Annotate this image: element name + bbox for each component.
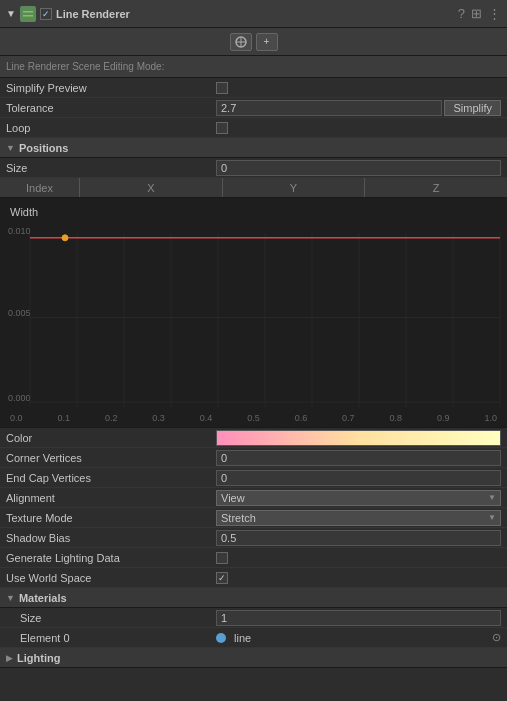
positions-section-header[interactable]: ▼ Positions <box>0 138 507 158</box>
element-name: line <box>234 632 488 644</box>
texture-mode-dropdown-arrow: ▼ <box>488 513 496 522</box>
collapse-arrow[interactable]: ▼ <box>6 8 16 19</box>
loop-checkbox[interactable] <box>216 122 228 134</box>
corner-vertices-label: Corner Vertices <box>6 452 216 464</box>
size-value <box>216 160 501 176</box>
width-curve-container[interactable]: Width 0.010 0.005 0.000 <box>0 198 507 428</box>
end-cap-vertices-label: End Cap Vertices <box>6 472 216 484</box>
use-world-space-checkbox[interactable] <box>216 572 228 584</box>
svg-point-20 <box>62 235 68 241</box>
positions-label: Positions <box>19 142 69 154</box>
edit-scene-button[interactable] <box>230 33 252 51</box>
component-title: Line Renderer <box>56 8 458 20</box>
lighting-arrow: ▶ <box>6 653 13 663</box>
materials-size-row: Size <box>0 608 507 628</box>
more-icon[interactable]: ⋮ <box>488 6 501 21</box>
simplify-preview-value <box>216 82 501 94</box>
scene-mode-bar: Line Renderer Scene Editing Mode: <box>0 56 507 78</box>
element-target-icon[interactable]: ⊙ <box>492 631 501 644</box>
generate-lighting-row: Generate Lighting Data <box>0 548 507 568</box>
alignment-label: Alignment <box>6 492 216 504</box>
loop-value <box>216 122 501 134</box>
line-renderer-panel: ▼ ✓ Line Renderer ? ⊞ ⋮ + Line <box>0 0 507 701</box>
texture-mode-row: Texture Mode Stretch ▼ <box>0 508 507 528</box>
loop-row: Loop <box>0 118 507 138</box>
svg-rect-0 <box>23 11 33 13</box>
lighting-label: Lighting <box>17 652 60 664</box>
alignment-value: View ▼ <box>216 490 501 506</box>
shadow-bias-input[interactable] <box>216 530 501 546</box>
corner-vertices-row: Corner Vertices <box>0 448 507 468</box>
alignment-dropdown-arrow: ▼ <box>488 493 496 502</box>
element-0-label: Element 0 <box>6 632 216 644</box>
texture-mode-value: Stretch ▼ <box>216 510 501 526</box>
tolerance-input-group: Simplify <box>216 100 501 116</box>
scene-mode-label: Line Renderer Scene Editing Mode: <box>6 61 164 72</box>
alignment-dropdown[interactable]: View ▼ <box>216 490 501 506</box>
use-world-space-row: Use World Space <box>0 568 507 588</box>
element-dot <box>216 633 226 643</box>
materials-size-value <box>216 610 501 626</box>
curve-svg <box>0 198 507 427</box>
color-gradient[interactable] <box>216 430 501 446</box>
x-label-10: 1.0 <box>484 413 497 423</box>
layout-icon[interactable]: ⊞ <box>471 6 482 21</box>
simplify-preview-checkbox[interactable] <box>216 82 228 94</box>
x-label-3: 0.3 <box>152 413 165 423</box>
x-label-2: 0.2 <box>105 413 118 423</box>
table-header-z: Z <box>365 178 507 197</box>
texture-mode-label: Texture Mode <box>6 512 216 524</box>
size-input[interactable] <box>216 160 501 176</box>
content-area[interactable]: Simplify Preview Tolerance Simplify Loop <box>0 78 507 701</box>
shadow-bias-label: Shadow Bias <box>6 532 216 544</box>
table-header-index: Index <box>0 178 80 197</box>
table-header-x: X <box>80 178 223 197</box>
x-label-4: 0.4 <box>200 413 213 423</box>
tolerance-row: Tolerance Simplify <box>0 98 507 118</box>
materials-section-header[interactable]: ▼ Materials <box>0 588 507 608</box>
materials-label: Materials <box>19 592 67 604</box>
texture-mode-dropdown[interactable]: Stretch ▼ <box>216 510 501 526</box>
generate-lighting-checkbox[interactable] <box>216 552 228 564</box>
x-label-6: 0.6 <box>295 413 308 423</box>
lighting-section-header[interactable]: ▶ Lighting <box>0 648 507 668</box>
element-0-value: line ⊙ <box>216 631 501 644</box>
materials-size-input[interactable] <box>216 610 501 626</box>
simplify-preview-label: Simplify Preview <box>6 82 216 94</box>
shadow-bias-row: Shadow Bias <box>0 528 507 548</box>
size-label: Size <box>6 162 216 174</box>
table-header: Index X Y Z <box>0 178 507 198</box>
enable-checkbox[interactable]: ✓ <box>40 8 52 20</box>
tolerance-input[interactable] <box>216 100 442 116</box>
table-header-y: Y <box>223 178 366 197</box>
header-action-icons: ? ⊞ ⋮ <box>458 6 501 21</box>
materials-arrow: ▼ <box>6 593 15 603</box>
component-icon <box>20 6 36 22</box>
add-button[interactable]: + <box>256 33 278 51</box>
curve-x-labels: 0.0 0.1 0.2 0.3 0.4 0.5 0.6 0.7 0.8 0.9 … <box>10 413 497 423</box>
corner-vertices-input[interactable] <box>216 450 501 466</box>
end-cap-vertices-input[interactable] <box>216 470 501 486</box>
size-row: Size <box>0 158 507 178</box>
end-cap-vertices-value <box>216 470 501 486</box>
generate-lighting-value <box>216 552 501 564</box>
color-row: Color <box>0 428 507 448</box>
generate-lighting-label: Generate Lighting Data <box>6 552 216 564</box>
help-icon[interactable]: ? <box>458 6 465 21</box>
color-label: Color <box>6 432 216 444</box>
toolbar: + <box>0 28 507 56</box>
use-world-space-label: Use World Space <box>6 572 216 584</box>
svg-rect-1 <box>23 15 33 17</box>
positions-arrow: ▼ <box>6 143 15 153</box>
panel-header: ▼ ✓ Line Renderer ? ⊞ ⋮ <box>0 0 507 28</box>
element-0-row: Element 0 line ⊙ <box>0 628 507 648</box>
x-label-0: 0.0 <box>10 413 23 423</box>
simplify-preview-row: Simplify Preview <box>0 78 507 98</box>
tolerance-label: Tolerance <box>6 102 216 114</box>
x-label-5: 0.5 <box>247 413 260 423</box>
alignment-selected: View <box>221 492 245 504</box>
x-label-1: 0.1 <box>57 413 70 423</box>
use-world-space-value <box>216 572 501 584</box>
tolerance-value-container: Simplify <box>216 100 501 116</box>
simplify-button[interactable]: Simplify <box>444 100 501 116</box>
